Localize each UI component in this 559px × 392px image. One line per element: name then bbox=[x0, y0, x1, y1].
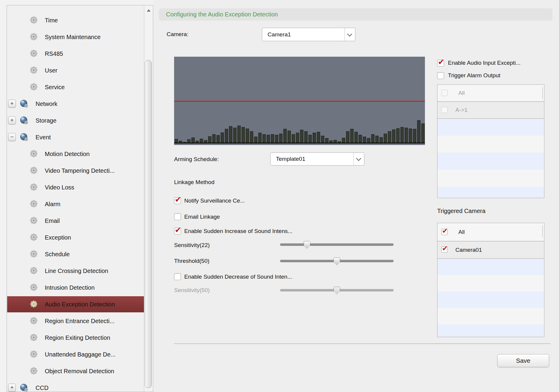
table-empty-row bbox=[437, 170, 544, 187]
tree-item-region-entrance-detecti[interactable]: Region Entrance Detecti... bbox=[7, 313, 145, 329]
tree-item-motion-detection[interactable]: Motion Detection bbox=[7, 146, 145, 162]
camera-select-value: Camera1 bbox=[268, 28, 291, 41]
tree-item-audio-exception-detection[interactable]: Audio Exception Detection bbox=[7, 296, 145, 312]
tree-item-email[interactable]: Email bbox=[7, 213, 145, 229]
column-divider bbox=[542, 87, 543, 99]
waveform-bar bbox=[200, 139, 203, 143]
tree-item-label: Motion Detection bbox=[45, 146, 90, 162]
alarm-table-header-row[interactable]: ✔ All bbox=[437, 85, 544, 102]
expand-icon[interactable]: + bbox=[8, 100, 16, 108]
tree-item-schedule[interactable]: Schedule bbox=[7, 246, 145, 262]
tree-item-label: RS485 bbox=[45, 46, 63, 62]
table-empty-row bbox=[437, 308, 544, 324]
tree-item-label: Unattended Baggage De... bbox=[45, 346, 116, 362]
tree-item-storage[interactable]: +Storage bbox=[7, 112, 145, 129]
camera-select[interactable]: Camera1 bbox=[262, 28, 355, 41]
waveform-bar bbox=[367, 138, 370, 143]
tree-item-ccd[interactable]: +CCD bbox=[7, 380, 145, 392]
alarm-table-row[interactable]: ✔ A->1 bbox=[437, 102, 544, 119]
tree-item-event[interactable]: −Event bbox=[7, 129, 145, 145]
notify-surveillance-checkbox[interactable]: ✔ bbox=[174, 197, 181, 204]
tree-item-alarm[interactable]: Alarm bbox=[7, 196, 145, 212]
email-linkage-checkbox[interactable]: ✔ bbox=[174, 213, 181, 220]
tree-item-region-exiting-detection[interactable]: Region Exiting Detection bbox=[7, 330, 145, 346]
waveform-bar bbox=[300, 130, 303, 143]
window-top-gutter bbox=[0, 0, 153, 5]
gear-icon bbox=[30, 16, 38, 24]
arming-dropdown-arrow[interactable] bbox=[354, 153, 364, 165]
globe-gear-icon bbox=[20, 116, 29, 125]
table-empty-row bbox=[437, 136, 544, 153]
tree-scrollbar[interactable] bbox=[144, 5, 153, 392]
gear-icon bbox=[30, 50, 38, 57]
waveform-bar bbox=[346, 131, 349, 143]
waveform-bar bbox=[246, 129, 249, 143]
sudden-decrease-checkbox[interactable]: ✔ bbox=[174, 273, 181, 280]
table-empty-row bbox=[437, 153, 544, 170]
gear-icon bbox=[30, 300, 38, 308]
camera-dropdown-arrow[interactable] bbox=[345, 28, 355, 41]
waveform-bar bbox=[288, 131, 291, 143]
tree-item-video-tampering-detecti[interactable]: Video Tampering Detecti... bbox=[7, 163, 145, 179]
page-banner: Configuring the Audio Exception Detectio… bbox=[159, 8, 552, 21]
triggered-camera-table: ✔ All ✔ Camera01 bbox=[437, 223, 544, 337]
enable-audio-input-label: Enable Audio Input Excepti... bbox=[448, 59, 520, 67]
camera01-checkbox[interactable]: ✔ bbox=[441, 246, 448, 253]
arming-schedule-select[interactable]: Template01 bbox=[270, 152, 364, 166]
expand-icon[interactable]: + bbox=[8, 116, 16, 124]
waveform-bar bbox=[313, 133, 316, 143]
camera-all-checkbox[interactable]: ✔ bbox=[441, 229, 448, 235]
waveform-bar bbox=[400, 127, 404, 143]
tree-item-user[interactable]: User bbox=[7, 62, 145, 78]
tree-item-service[interactable]: Service bbox=[7, 79, 145, 95]
tree-item-intrusion-detection[interactable]: Intrusion Detection bbox=[7, 280, 145, 296]
camera-table-row-label: Camera01 bbox=[455, 241, 482, 258]
collapse-icon[interactable]: − bbox=[8, 133, 16, 141]
waveform-bar bbox=[417, 120, 420, 143]
tree-item-system-maintenance[interactable]: System Maintenance bbox=[7, 29, 145, 45]
tree-item-exception[interactable]: Exception bbox=[7, 229, 145, 246]
settings-tree-panel: TimeSystem MaintenanceRS485UserService+N… bbox=[7, 5, 153, 392]
tree-item-unattended-baggage-de[interactable]: Unattended Baggage De... bbox=[7, 346, 145, 362]
trigger-alarm-output-checkbox[interactable]: ✔ bbox=[437, 72, 444, 79]
enable-audio-input-checkbox[interactable]: ✔ bbox=[437, 60, 444, 67]
tree-item-video-loss[interactable]: Video Loss bbox=[7, 179, 145, 195]
gear-icon bbox=[30, 33, 38, 41]
scrollbar-up-arrow-icon[interactable] bbox=[147, 9, 150, 12]
camera-label: Camera: bbox=[167, 30, 188, 38]
tree-item-label: Exception bbox=[45, 229, 71, 246]
sudden-increase-checkbox[interactable]: ✔ bbox=[174, 228, 181, 234]
waveform-bar bbox=[183, 142, 186, 143]
camera-table-header-row[interactable]: ✔ All bbox=[437, 223, 544, 241]
tree-item-label: Email bbox=[45, 213, 60, 229]
sensitivity-disabled-slider bbox=[280, 287, 394, 294]
chevron-down-icon bbox=[347, 31, 352, 36]
slider-thumb[interactable] bbox=[304, 241, 310, 249]
waveform-bar bbox=[334, 140, 337, 143]
alarm-table-row-label: A->1 bbox=[455, 102, 468, 118]
footer-divider bbox=[174, 343, 550, 344]
tree-item-line-crossing-detection[interactable]: Line Crossing Detection bbox=[7, 263, 145, 279]
globe-gear-icon bbox=[20, 99, 29, 108]
tree-item-object-removal-detection[interactable]: Object Removal Detection bbox=[7, 363, 145, 379]
expand-icon[interactable]: + bbox=[8, 384, 16, 392]
waveform-bar bbox=[191, 138, 195, 143]
alarm-a1-checkbox[interactable]: ✔ bbox=[441, 107, 448, 113]
slider-track[interactable] bbox=[280, 243, 394, 246]
waveform-bar bbox=[371, 134, 374, 143]
tree-item-label: Storage bbox=[36, 112, 56, 129]
tree-item-time[interactable]: Time bbox=[7, 12, 145, 28]
tree-item-network[interactable]: +Network bbox=[7, 96, 145, 112]
gear-icon bbox=[30, 367, 38, 375]
alarm-all-checkbox[interactable]: ✔ bbox=[441, 90, 448, 96]
tree-item-rs485[interactable]: RS485 bbox=[7, 46, 145, 62]
waveform-bar bbox=[338, 141, 341, 143]
save-button[interactable]: Save bbox=[497, 354, 549, 367]
waveform-bar bbox=[262, 134, 266, 143]
camera-table-row[interactable]: ✔ Camera01 bbox=[437, 241, 544, 259]
check-icon: ✔ bbox=[175, 225, 182, 234]
scrollbar-thumb[interactable] bbox=[145, 60, 152, 388]
app-window: TimeSystem MaintenanceRS485UserService+N… bbox=[0, 0, 559, 392]
tree-item-label: Video Tampering Detecti... bbox=[45, 163, 115, 179]
slider-thumb[interactable] bbox=[334, 257, 340, 265]
